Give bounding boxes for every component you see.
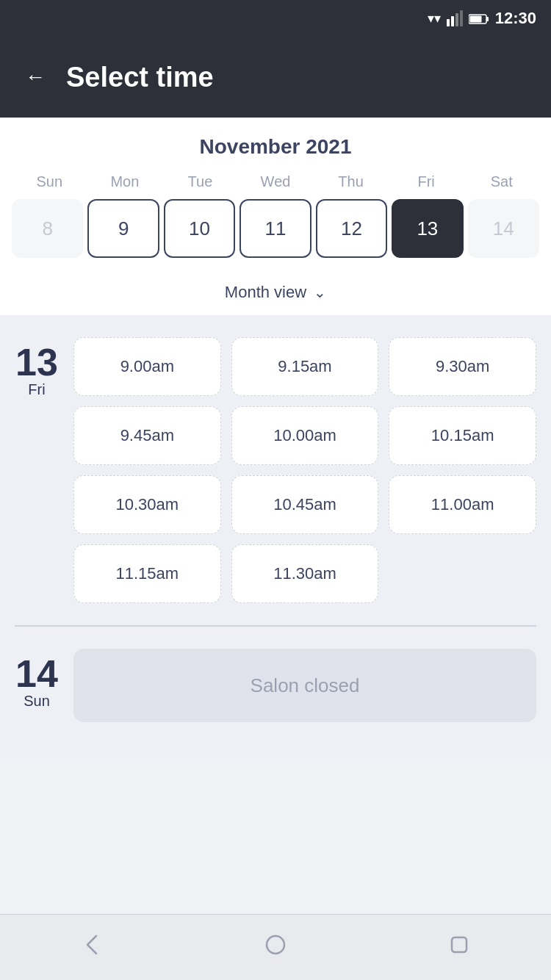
weekday-sun: Sun [12,173,87,190]
status-bar: ▾▾ 12:30 [0,0,551,37]
dates-row: 8 9 10 11 12 13 14 [12,199,539,258]
month-view-toggle[interactable]: Month view ⌄ [12,270,539,315]
status-time: 12:30 [495,9,536,28]
svg-point-7 [267,936,284,954]
svg-rect-8 [452,937,467,952]
day-label-14: 14 Sun [15,649,59,722]
battery-icon [469,11,489,26]
month-title: November 2021 [12,135,539,159]
day-name-14: Sun [24,693,50,710]
time-slot-1045am[interactable]: 10.45am [231,475,379,534]
day-block-13: 13 Fri 9.00am 9.15am 9.30am 9.45am 10.00… [15,337,536,603]
day-number-14: 14 [15,655,58,693]
time-slot-1015am[interactable]: 10.15am [389,406,536,465]
svg-rect-3 [460,10,463,26]
weekday-wed: Wed [238,173,314,190]
day-number-13: 13 [15,343,58,381]
date-8[interactable]: 8 [12,199,83,258]
svg-rect-1 [451,16,454,26]
status-icons: ▾▾ 12:30 [428,9,536,28]
time-slot-1100am[interactable]: 11.00am [389,475,536,534]
salon-closed-label: Salon closed [251,674,360,697]
time-slot-1000am[interactable]: 10.00am [231,406,379,465]
day-block-14: 14 Sun Salon closed [15,649,536,722]
back-button[interactable]: ← [22,62,48,92]
recents-nav-button[interactable] [446,932,472,964]
date-13[interactable]: 13 [392,199,463,258]
time-slots-grid-13: 9.00am 9.15am 9.30am 9.45am 10.00am 10.1… [73,337,536,603]
time-slot-915am[interactable]: 9.15am [231,337,379,396]
date-10[interactable]: 10 [164,199,235,258]
bottom-nav [0,914,551,980]
time-slot-1030am[interactable]: 10.30am [73,475,221,534]
main-content: ▾▾ 12:30 ← Select time [0,0,551,825]
weekday-tue: Tue [162,173,238,190]
back-nav-button[interactable] [79,932,105,964]
chevron-down-icon: ⌄ [314,284,326,301]
time-slot-1115am[interactable]: 11.15am [73,544,221,603]
svg-rect-5 [486,17,489,21]
calendar-section: November 2021 Sun Mon Tue Wed Thu Fri Sa… [0,118,551,315]
wifi-icon: ▾▾ [428,10,441,26]
home-nav-button[interactable] [262,932,289,964]
weekday-sat: Sat [464,173,539,190]
weekday-mon: Mon [87,173,163,190]
time-section: 13 Fri 9.00am 9.15am 9.30am 9.45am 10.00… [0,315,551,759]
weekday-thu: Thu [313,173,389,190]
date-9[interactable]: 9 [87,199,159,258]
salon-closed-box: Salon closed [73,649,536,722]
header: ← Select time [0,37,551,118]
date-14[interactable]: 14 [468,199,539,258]
time-slot-1130am[interactable]: 11.30am [231,544,379,603]
time-slot-930am[interactable]: 9.30am [389,337,536,396]
time-slot-945am[interactable]: 9.45am [73,406,221,465]
time-slot-900am[interactable]: 9.00am [73,337,221,396]
weekdays-row: Sun Mon Tue Wed Thu Fri Sat [12,173,539,190]
day-label-13: 13 Fri [15,337,59,603]
weekday-fri: Fri [389,173,464,190]
month-view-label: Month view [225,283,306,302]
svg-rect-0 [447,19,450,26]
signal-icon [447,10,463,26]
svg-rect-2 [455,13,458,26]
date-12[interactable]: 12 [316,199,387,258]
day-name-13: Fri [28,381,45,398]
header-title: Select time [66,62,214,93]
svg-rect-6 [469,15,481,22]
date-11[interactable]: 11 [240,199,311,258]
day-divider [15,625,536,627]
